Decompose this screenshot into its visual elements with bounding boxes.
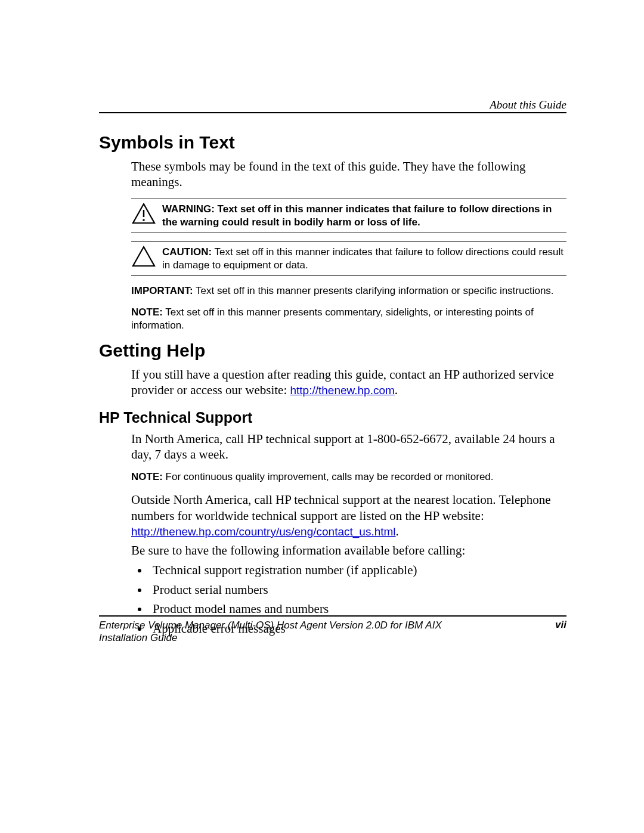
header-rule xyxy=(99,112,566,113)
caution-label: CAUTION: xyxy=(162,246,212,258)
footer-title-block: Enterprise Volume Manager (Multi-OS) Hos… xyxy=(99,619,442,645)
running-header: About this Guide xyxy=(490,98,566,112)
callout-rule xyxy=(131,233,566,233)
help-website-link[interactable]: http://thenew.hp.com xyxy=(290,384,395,397)
footer: Enterprise Volume Manager (Multi-OS) Hos… xyxy=(99,615,566,645)
help-intro-post: . xyxy=(395,383,398,397)
svg-point-2 xyxy=(143,219,145,221)
callout-rule xyxy=(131,199,566,199)
tech-outside-pre: Outside North America, call HP technical… xyxy=(131,493,551,522)
important-text: Text set off in this manner presents cla… xyxy=(193,285,554,296)
tech-contact-link[interactable]: http://thenew.hp.com/country/us/eng/cont… xyxy=(131,525,396,538)
tech-na: In North America, call HP technical supp… xyxy=(99,431,566,463)
tech-outside: Outside North America, call HP technical… xyxy=(99,492,566,539)
warning-text-block: WARNING: Text set off in this manner ind… xyxy=(162,203,566,229)
caution-icon xyxy=(131,246,156,267)
symbols-intro: These symbols may be found in the text o… xyxy=(99,159,566,190)
important-note: IMPORTANT: Text set off in this manner p… xyxy=(131,284,566,298)
list-item: Product serial numbers xyxy=(149,580,566,600)
important-label: IMPORTANT: xyxy=(131,285,193,296)
page-number: vii xyxy=(555,619,566,631)
content: Symbols in Text These symbols may be fou… xyxy=(99,132,566,638)
tech-note-label: NOTE: xyxy=(131,471,163,482)
heading-symbols-in-text: Symbols in Text xyxy=(99,132,566,153)
heading-hp-technical-support: HP Technical Support xyxy=(99,409,566,426)
tech-before-calling: Be sure to have the following informatio… xyxy=(99,543,566,558)
tech-note: NOTE: For continuous quality improvement… xyxy=(131,470,566,484)
footer-rule xyxy=(99,615,566,617)
warning-icon xyxy=(131,203,156,224)
callout-rule xyxy=(131,275,566,276)
page: About this Guide Symbols in Text These s… xyxy=(0,0,644,833)
tech-note-text: For continuous quality improvement, call… xyxy=(163,471,494,482)
heading-getting-help: Getting Help xyxy=(99,340,566,361)
note-text: Text set off in this manner presents com… xyxy=(131,306,534,331)
warning-text: Text set off in this manner indicates th… xyxy=(162,203,552,228)
caution-text-block: CAUTION: Text set off in this manner ind… xyxy=(162,246,566,272)
footer-doc-subtitle: Installation Guide xyxy=(99,631,442,644)
note-label: NOTE: xyxy=(131,306,163,318)
list-item: Technical support registration number (i… xyxy=(149,561,566,580)
footer-doc-title: Enterprise Volume Manager (Multi-OS) Hos… xyxy=(99,619,442,631)
help-intro: If you still have a question after readi… xyxy=(99,367,566,398)
caution-callout: CAUTION: Text set off in this manner ind… xyxy=(131,241,566,276)
note-block: NOTE: Text set off in this manner presen… xyxy=(131,306,566,332)
tech-outside-post: . xyxy=(396,524,399,538)
warning-callout: WARNING: Text set off in this manner ind… xyxy=(131,199,566,233)
svg-marker-3 xyxy=(133,247,154,266)
callout-rule xyxy=(131,241,566,242)
warning-label: WARNING: xyxy=(162,203,215,215)
caution-text: Text set off in this manner indicates th… xyxy=(162,246,564,271)
